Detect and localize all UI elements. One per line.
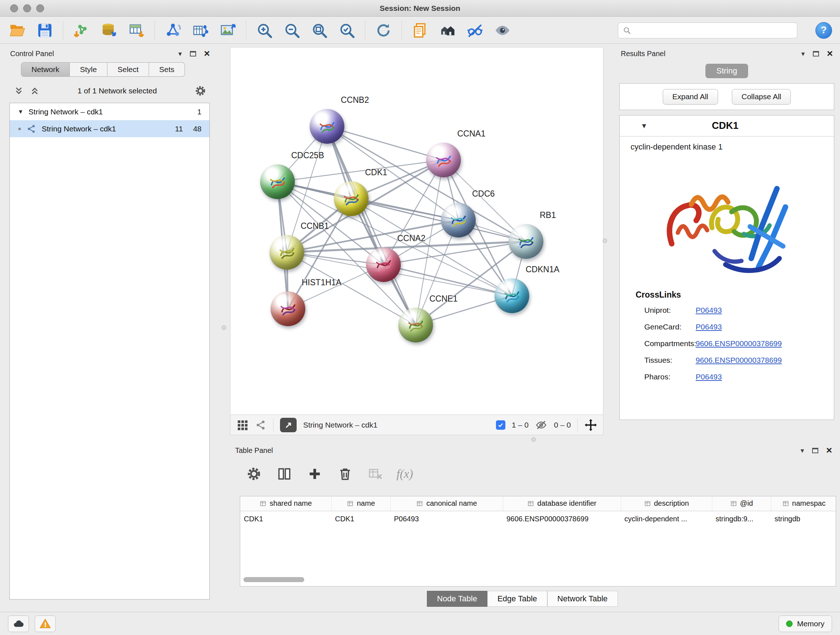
column-header-name[interactable]: name — [332, 496, 390, 511]
import-table-file-button[interactable] — [127, 21, 146, 40]
close-window-button[interactable] — [10, 4, 18, 12]
network-node-ccna1[interactable] — [426, 143, 461, 177]
panel-menu-icon[interactable]: ▾ — [801, 50, 805, 58]
cell-description[interactable]: cyclin-dependent ... — [621, 511, 712, 527]
panel-menu-icon[interactable]: ▾ — [801, 447, 804, 455]
crosslink-pharos[interactable]: P06493 — [696, 372, 722, 381]
string-tab[interactable]: String — [706, 64, 748, 78]
table-settings-button[interactable] — [245, 464, 264, 483]
network-node-ccna2[interactable] — [366, 247, 401, 282]
expand-all-icon[interactable] — [14, 86, 24, 96]
column-header-namespace[interactable]: namespac — [771, 496, 836, 511]
table-row[interactable]: CDK1 CDK1 P06493 9606.ENSP00000378699 cy… — [240, 511, 836, 527]
collapse-all-button[interactable]: Collapse All — [732, 89, 791, 105]
network-tree-root-row[interactable]: ▼ String Network – cdk1 1 — [10, 103, 210, 120]
tab-sets[interactable]: Sets — [149, 62, 185, 77]
close-panel-icon[interactable]: × — [826, 445, 832, 455]
splitter-handle[interactable] — [531, 437, 536, 442]
tab-node-table[interactable]: Node Table — [427, 591, 487, 607]
column-header-description[interactable]: description — [621, 496, 712, 511]
cell-namespace[interactable]: stringdb — [771, 511, 836, 527]
export-image-button[interactable] — [218, 21, 237, 40]
network-node-ccne1[interactable] — [398, 308, 433, 342]
collapse-card-icon[interactable]: ▼ — [641, 122, 647, 130]
delete-table-button[interactable] — [366, 464, 385, 483]
delete-column-button[interactable] — [336, 464, 355, 483]
tab-select[interactable]: Select — [107, 62, 149, 77]
fit-content-crosshair-icon[interactable] — [584, 418, 597, 432]
column-header-database-identifier[interactable]: database identifier — [503, 496, 621, 511]
network-node-ccnb1[interactable] — [270, 235, 304, 270]
collapse-all-icon[interactable] — [30, 86, 40, 96]
open-in-new-window-button[interactable]: ↗ — [280, 418, 297, 432]
cell-shared-name[interactable]: CDK1 — [240, 511, 332, 527]
zoom-window-button[interactable] — [36, 4, 44, 12]
network-node-cdc6[interactable] — [441, 203, 476, 238]
panel-menu-icon[interactable]: ▾ — [178, 50, 182, 58]
hidden-eye-slash-icon[interactable] — [535, 419, 547, 431]
tab-network-table[interactable]: Network Table — [547, 591, 618, 607]
network-node-cdkn1a[interactable] — [494, 279, 529, 313]
network-node-ccnb2[interactable] — [309, 109, 344, 144]
zoom-in-button[interactable] — [255, 21, 274, 40]
network-edge[interactable] — [327, 126, 416, 325]
network-node-rb1[interactable] — [508, 224, 543, 259]
splitter-handle[interactable] — [222, 325, 226, 330]
network-canvas[interactable]: CCNB2CCNA1CDC25BCDK1CDC6RB1CCNB1CCNA2CDK… — [231, 48, 603, 415]
expand-all-button[interactable]: Expand All — [663, 89, 718, 105]
network-node-cdc25b[interactable] — [260, 165, 295, 199]
network-node-hist1h1a[interactable] — [271, 291, 305, 326]
tab-network[interactable]: Network — [21, 62, 70, 77]
crosslink-genecard[interactable]: P06493 — [696, 323, 722, 331]
tree-collapse-icon[interactable]: ▼ — [18, 109, 24, 115]
annotations-button[interactable] — [411, 21, 429, 40]
import-network-database-button[interactable] — [99, 21, 118, 40]
column-header-id[interactable]: @id — [712, 496, 771, 511]
import-network-file-button[interactable] — [72, 21, 91, 40]
column-header-canonical-name[interactable]: canonical name — [390, 496, 503, 511]
splitter-handle[interactable] — [603, 239, 607, 243]
float-panel-icon[interactable] — [812, 448, 818, 453]
crosslink-tissues[interactable]: 9606.ENSP00000378699 — [696, 356, 782, 364]
show-graphics-details-button[interactable] — [493, 21, 512, 40]
memory-button[interactable]: Memory — [778, 616, 832, 632]
zoom-fit-button[interactable] — [310, 21, 329, 40]
help-button[interactable]: ? — [815, 22, 832, 39]
tab-style[interactable]: Style — [70, 62, 107, 77]
cloud-status-button[interactable] — [8, 616, 29, 632]
cell-database-identifier[interactable]: 9606.ENSP00000378699 — [503, 511, 621, 527]
column-header-shared-name[interactable]: shared name — [240, 496, 332, 511]
cell-name[interactable]: CDK1 — [332, 511, 390, 527]
close-panel-icon[interactable]: × — [827, 49, 833, 59]
open-session-button[interactable] — [8, 21, 27, 40]
float-panel-icon[interactable] — [190, 51, 196, 57]
close-panel-icon[interactable]: × — [204, 49, 210, 59]
function-builder-button[interactable]: f(x) — [396, 464, 413, 483]
network-tree-child-row[interactable]: ● String Network – cdk1 11 48 — [10, 120, 210, 137]
show-columns-button[interactable] — [275, 464, 294, 483]
new-network-button[interactable] — [164, 21, 182, 40]
add-column-button[interactable] — [305, 464, 324, 483]
horizontal-scrollbar[interactable] — [243, 577, 304, 582]
float-panel-icon[interactable] — [813, 51, 819, 57]
gear-icon[interactable] — [195, 85, 206, 97]
apply-layout-button[interactable] — [374, 21, 393, 40]
hide-graphics-details-button[interactable] — [466, 21, 485, 40]
birds-eye-grid-icon[interactable] — [236, 419, 248, 431]
cell-id[interactable]: stringdb:9... — [712, 511, 771, 527]
zoom-out-button[interactable] — [283, 21, 302, 40]
zoom-selected-button[interactable] — [338, 21, 356, 40]
network-edge[interactable] — [327, 126, 444, 160]
minimize-window-button[interactable] — [23, 4, 31, 12]
new-network-from-table-button[interactable] — [191, 21, 210, 40]
cell-canonical-name[interactable]: P06493 — [390, 511, 503, 527]
share-network-icon[interactable] — [255, 419, 267, 431]
search-input[interactable] — [635, 26, 793, 35]
save-session-button[interactable] — [35, 21, 54, 40]
warnings-button[interactable] — [35, 616, 56, 632]
tab-edge-table[interactable]: Edge Table — [487, 591, 547, 607]
crosslink-compartments[interactable]: 9606.ENSP00000378699 — [696, 339, 782, 348]
first-neighbors-button[interactable] — [438, 21, 457, 40]
crosslink-uniprot[interactable]: P06493 — [696, 306, 722, 315]
network-node-cdk1[interactable] — [334, 181, 369, 216]
